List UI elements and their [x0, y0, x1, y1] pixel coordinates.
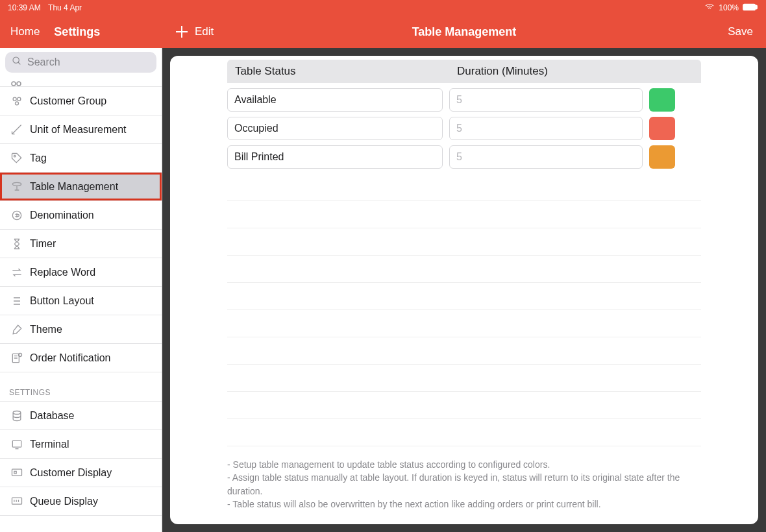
sidebar-item-label: Unit of Measurement [30, 124, 127, 136]
help-line: - Table status will also be overwritten … [227, 498, 701, 511]
sidebar-item-label: Database [30, 410, 75, 422]
col-status: Table Status [227, 60, 449, 83]
wifi-icon [704, 2, 715, 14]
col-duration: Duration (Minutes) [449, 60, 644, 83]
help-line: - Setup table management to update table… [227, 458, 701, 471]
help-text: - Setup table management to update table… [170, 446, 758, 524]
sidebar-item-unit-of-measurement[interactable]: Unit of Measurement [0, 115, 162, 144]
sidebar-item-label: Table Management [30, 181, 118, 193]
display-icon [8, 466, 26, 479]
status-bar: 10:39 AM Thu 4 Apr 100% [0, 0, 766, 16]
search-wrap [0, 48, 162, 77]
table-header: Table Status Duration (Minutes) [227, 60, 701, 83]
svg-point-6 [18, 97, 21, 101]
battery-percent: 100% [719, 3, 739, 12]
table-row [227, 88, 701, 112]
duration-input[interactable] [449, 117, 643, 140]
receipt-bell-icon [8, 352, 26, 365]
search-input[interactable] [27, 56, 150, 68]
svg-point-3 [12, 82, 16, 86]
sidebar-item-order-notification[interactable]: Order Notification [0, 344, 162, 372]
sidebar-item-table-management[interactable]: Table Management [0, 173, 162, 201]
search-icon [12, 56, 22, 69]
content-area: Table Status Duration (Minutes) [162, 48, 766, 532]
sidebar-item-terminal[interactable]: Terminal [0, 430, 162, 459]
svg-point-13 [13, 411, 21, 414]
sidebar: Customer Group Unit of Measurement Tag T… [0, 48, 162, 532]
sidebar-item-denomination[interactable]: Denomination [0, 201, 162, 230]
sidebar-item-label: Button Layout [30, 295, 94, 307]
sidebar-item-theme[interactable]: Theme [0, 315, 162, 344]
sidebar-item-peek[interactable] [0, 77, 162, 87]
svg-rect-14 [12, 441, 21, 447]
sidebar-item-label: Timer [30, 238, 56, 250]
section-header-settings: SETTINGS [0, 372, 162, 402]
duration-input[interactable] [449, 145, 643, 169]
edit-button[interactable]: Edit [175, 25, 214, 38]
sidebar-item-customer-display[interactable]: Customer Display [0, 459, 162, 487]
sidebar-item-label: Theme [30, 324, 62, 335]
svg-rect-0 [743, 4, 755, 10]
svg-rect-15 [12, 469, 22, 476]
sidebar-item-label: Customer Group [30, 95, 106, 107]
sidebar-item-label: Replace Word [30, 267, 95, 278]
brush-icon [8, 323, 26, 336]
color-swatch[interactable] [649, 117, 675, 140]
plus-icon [175, 25, 188, 38]
svg-point-9 [12, 182, 21, 186]
ruler-icon [8, 123, 26, 136]
edit-label: Edit [195, 25, 214, 38]
duration-input[interactable] [449, 88, 643, 112]
panel-scroll[interactable]: Table Status Duration (Minutes) [170, 56, 758, 524]
sidebar-item-replace-word[interactable]: Replace Word [0, 258, 162, 287]
color-swatch[interactable] [649, 145, 675, 169]
generic-icon [8, 81, 26, 86]
app-body: Customer Group Unit of Measurement Tag T… [0, 48, 766, 532]
svg-point-4 [17, 82, 21, 86]
database-icon [8, 409, 26, 422]
tag-icon [8, 152, 26, 165]
sidebar-item-queue-display[interactable]: Queue Display [0, 487, 162, 516]
save-button[interactable]: Save [728, 25, 753, 38]
status-right: 100% [704, 2, 758, 14]
settings-title[interactable]: Settings [54, 25, 100, 39]
status-input[interactable] [227, 117, 443, 140]
sidebar-item-label: Denomination [30, 210, 94, 221]
sidebar-item-timer[interactable]: Timer [0, 230, 162, 258]
sidebar-list[interactable]: Customer Group Unit of Measurement Tag T… [0, 77, 162, 532]
table-row [227, 145, 701, 169]
header-left: Home Settings [0, 25, 162, 39]
sidebar-item-label: Tag [30, 152, 47, 164]
status-input[interactable] [227, 145, 443, 169]
sidebar-item-database[interactable]: Database [0, 402, 162, 430]
sidebar-item-tag[interactable]: Tag [0, 144, 162, 173]
svg-point-8 [14, 155, 16, 157]
sidebar-item-label: Order Notification [30, 352, 111, 364]
table-icon [8, 180, 26, 193]
sidebar-item-label: Queue Display [30, 496, 98, 507]
people-icon [8, 95, 26, 108]
money-icon [8, 209, 26, 222]
status-time: 10:39 AM [8, 3, 41, 12]
svg-rect-16 [12, 498, 22, 504]
sidebar-item-button-layout[interactable]: Button Layout [0, 287, 162, 315]
home-button[interactable]: Home [10, 25, 40, 38]
svg-point-7 [16, 101, 19, 104]
sidebar-item-label: Customer Display [30, 467, 112, 479]
header-main: Edit Table Management Save [162, 25, 766, 38]
sidebar-item-customer-group[interactable]: Customer Group [0, 87, 162, 115]
terminal-icon [8, 438, 26, 451]
empty-rows [227, 174, 701, 446]
sidebar-item-label: Terminal [30, 439, 69, 450]
status-date: Thu 4 Apr [48, 3, 82, 12]
status-table: Table Status Duration (Minutes) [170, 60, 758, 446]
status-input[interactable] [227, 88, 443, 112]
help-line: - Assign table status manually at table … [227, 471, 701, 498]
swap-icon [8, 266, 26, 279]
table-row [227, 117, 701, 140]
svg-point-2 [13, 57, 19, 63]
search-field[interactable] [5, 52, 156, 73]
app-header: Home Settings Edit Table Management Save [0, 16, 766, 48]
color-swatch[interactable] [649, 88, 675, 112]
svg-point-5 [13, 97, 16, 101]
